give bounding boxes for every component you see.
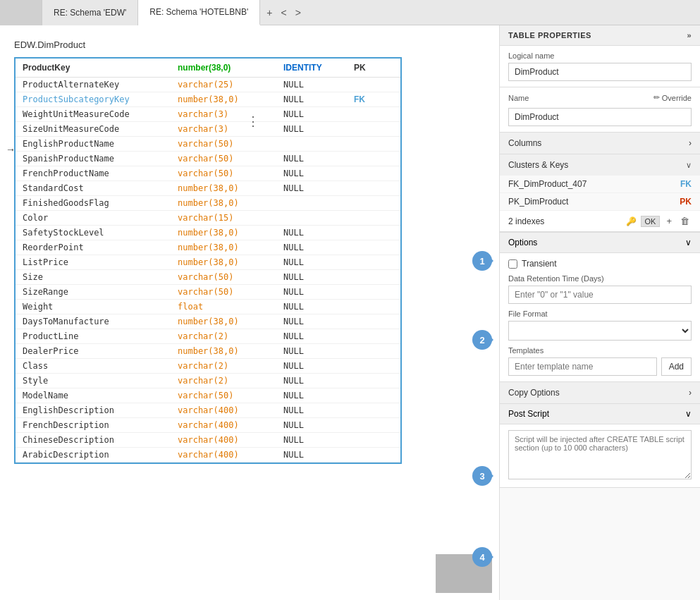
panel-title: TABLE PROPERTIES bbox=[508, 31, 591, 39]
table-row: SizeRangevarchar(50)NULL bbox=[16, 285, 400, 300]
column-type: number(38,0) bbox=[178, 317, 269, 326]
column-name: Style bbox=[23, 376, 164, 386]
transient-label[interactable]: Transient bbox=[522, 259, 557, 269]
breadcrumb: EDW.DimProduct bbox=[14, 39, 485, 50]
column-key: FK bbox=[354, 94, 365, 104]
column-name: Size bbox=[23, 272, 164, 282]
table-row: DaysToManufacturenumber(38,0)NULL bbox=[16, 314, 400, 329]
key-item-fk: FK_DimProduct_407 FK bbox=[500, 176, 700, 193]
tab-edw[interactable]: RE: Schema 'EDW' bbox=[42, 0, 138, 25]
column-null: NULL bbox=[283, 331, 340, 341]
logical-name-input[interactable] bbox=[508, 63, 692, 81]
template-name-input[interactable] bbox=[508, 357, 657, 376]
keys-list: FK_DimProduct_407 FK PK_DimProduct PK bbox=[500, 176, 700, 211]
transient-checkbox[interactable] bbox=[508, 259, 517, 269]
right-panel: TABLE PROPERTIES » Logical name Name ✏ O… bbox=[499, 25, 700, 600]
post-script-textarea[interactable] bbox=[508, 430, 692, 479]
table-row: FrenchDescriptionvarchar(400)NULL bbox=[16, 418, 400, 433]
table-row: WeightUnitMeasureCodevarchar(3)NULL bbox=[16, 107, 400, 122]
column-name: ProductLine bbox=[23, 331, 164, 341]
prev-tab-button[interactable]: < bbox=[277, 6, 290, 20]
post-script-chevron: ∨ bbox=[685, 409, 692, 419]
column-name: ChineseDescription bbox=[23, 435, 164, 445]
columns-chevron: › bbox=[689, 138, 692, 148]
clusters-header[interactable]: Clusters & Keys ∨ bbox=[500, 154, 700, 176]
column-type: varchar(15) bbox=[178, 213, 269, 223]
column-type: varchar(50) bbox=[178, 391, 269, 400]
column-name: SizeUnitMeasureCode bbox=[23, 124, 164, 134]
table-row: EnglishDescriptionvarchar(400)NULL bbox=[16, 403, 400, 418]
col-extra-header: IDENTITY bbox=[283, 63, 340, 73]
name-input[interactable] bbox=[508, 108, 692, 126]
post-script-header[interactable]: Post Script ∨ bbox=[500, 404, 700, 424]
tab-home[interactable] bbox=[0, 0, 42, 25]
tab-controls: + < > bbox=[263, 6, 305, 20]
copy-options-label: Copy Options bbox=[508, 388, 560, 398]
add-template-button[interactable]: Add bbox=[661, 357, 692, 376]
context-menu-button[interactable]: ⋮ bbox=[247, 114, 259, 129]
column-type: varchar(50) bbox=[178, 154, 269, 164]
next-tab-button[interactable]: > bbox=[292, 6, 305, 20]
column-name: Class bbox=[23, 361, 164, 371]
schema-label: EDW. bbox=[14, 39, 37, 50]
template-row: Add bbox=[508, 357, 692, 376]
table-row: ProductSubcategoryKeynumber(38,0)NULLFK bbox=[16, 92, 400, 107]
column-null: NULL bbox=[283, 243, 340, 252]
column-type: varchar(400) bbox=[178, 450, 269, 460]
column-name: DealerPrice bbox=[23, 346, 164, 356]
name-row: Name ✏ Override bbox=[508, 93, 692, 102]
column-type: varchar(50) bbox=[178, 169, 269, 178]
templates-label: Templates bbox=[508, 346, 692, 355]
table-row: ChineseDescriptionvarchar(400)NULL bbox=[16, 433, 400, 448]
column-name: DaysToManufacture bbox=[23, 317, 164, 326]
balloon-4: 4 bbox=[472, 547, 492, 567]
post-script-label: Post Script bbox=[508, 409, 549, 419]
key-item-pk: PK_DimProduct PK bbox=[500, 193, 700, 211]
tabs-bar: RE: Schema 'EDW' RE: Schema 'HOTELBNB' +… bbox=[0, 0, 700, 25]
column-name: SafetyStockLevel bbox=[23, 228, 164, 238]
options-label: Options bbox=[508, 238, 537, 247]
column-null: NULL bbox=[283, 391, 340, 400]
ok-badge: OK bbox=[641, 216, 661, 227]
column-type: number(38,0) bbox=[178, 257, 269, 267]
override-button[interactable]: ✏ Override bbox=[653, 93, 692, 102]
col-type-header: number(38,0) bbox=[178, 63, 269, 73]
table-row: Sizevarchar(50)NULL bbox=[16, 270, 400, 285]
add-index-button[interactable]: + bbox=[664, 215, 674, 227]
balloon-2: 2 bbox=[472, 330, 492, 350]
data-retention-input[interactable] bbox=[508, 286, 692, 304]
table-row: ModelNamevarchar(50)NULL bbox=[16, 388, 400, 403]
name-label: Name bbox=[508, 94, 529, 102]
column-type: varchar(2) bbox=[178, 376, 269, 386]
copy-options-section[interactable]: Copy Options › bbox=[500, 382, 700, 404]
column-type: number(38,0) bbox=[178, 198, 269, 208]
column-name: ModelName bbox=[23, 391, 164, 400]
tab-hotelbnb[interactable]: RE: Schema 'HOTELBNB' bbox=[138, 0, 260, 25]
delete-index-button[interactable]: 🗑 bbox=[678, 215, 692, 227]
expand-panel-button[interactable]: » bbox=[687, 31, 692, 39]
table-row: EnglishProductNamevarchar(50) bbox=[16, 137, 400, 152]
col-pk-header: PK bbox=[354, 63, 366, 73]
key-name-fk: FK_DimProduct_407 bbox=[508, 179, 587, 189]
column-name: FrenchDescription bbox=[23, 420, 164, 430]
column-name: ReorderPoint bbox=[23, 243, 164, 252]
add-tab-button[interactable]: + bbox=[263, 6, 276, 20]
column-type: varchar(2) bbox=[178, 331, 269, 341]
options-header[interactable]: Options ∨ bbox=[500, 233, 700, 253]
balloon-1: 1 bbox=[472, 251, 492, 271]
column-type: number(38,0) bbox=[178, 346, 269, 356]
indexes-row: 2 indexes 🔑 OK + 🗑 bbox=[500, 211, 700, 232]
column-null: NULL bbox=[283, 154, 340, 164]
column-null: NULL bbox=[283, 257, 340, 267]
logical-name-label: Logical name bbox=[508, 51, 692, 60]
post-script-section: Post Script ∨ bbox=[500, 404, 700, 488]
pencil-icon: ✏ bbox=[653, 93, 660, 102]
key-type-fk: FK bbox=[680, 179, 692, 189]
column-name: StandardCost bbox=[23, 183, 164, 193]
column-null: NULL bbox=[283, 80, 340, 90]
row-arrow-indicator: → bbox=[6, 144, 16, 155]
column-null: NULL bbox=[283, 183, 340, 193]
file-format-select[interactable]: CSV JSON Parquet Avro bbox=[508, 321, 692, 341]
columns-section[interactable]: Columns › bbox=[500, 133, 700, 154]
diagram-area[interactable]: EDW.DimProduct ⋮ → ProductKey number(38,… bbox=[0, 25, 499, 600]
